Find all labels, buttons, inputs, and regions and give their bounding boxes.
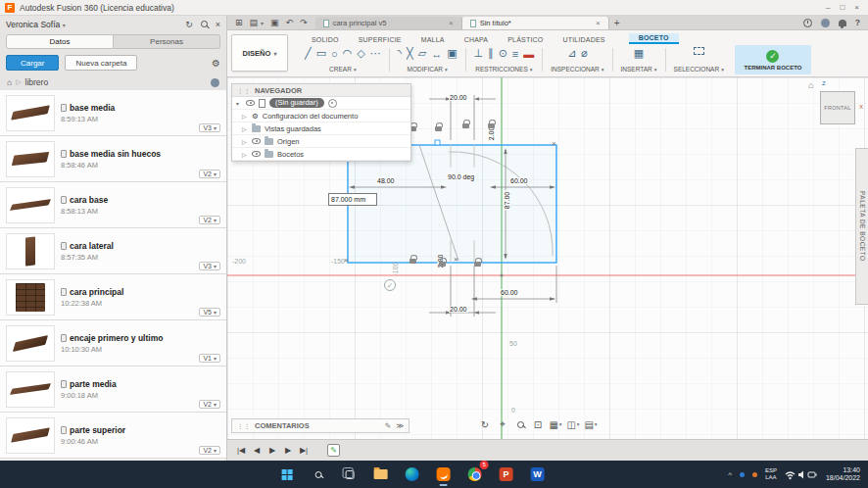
dimension-right-width[interactable]: 60.00 [509,177,529,184]
timeline-step-forward-button[interactable]: ▶ [282,446,294,455]
lock-constraint-icon[interactable] [488,120,495,128]
chrome-button[interactable]: 5 [463,463,487,486]
version-dropdown[interactable]: V5▾ [199,308,220,317]
seleccionar-dropdown[interactable]: SELECCIONAR▾ [674,66,724,73]
document-tab[interactable]: cara principal v5 × [315,17,462,29]
list-item[interactable]: cara principal 10:22:38 AM V5▾ [0,274,226,320]
fusion-360-taskbar-button[interactable] [432,463,456,486]
pan-icon[interactable]: ⌖ [496,417,509,431]
polygon-tool-icon[interactable]: ◇ [357,47,364,60]
file-menu-icon[interactable]: ▤ [250,18,259,27]
grid-settings-icon[interactable]: ◫▾ [566,417,580,431]
tab-utilidades[interactable]: UTILIDADES [560,35,606,44]
timeline-play-button[interactable]: ▶ [266,446,278,455]
job-status-icon[interactable] [803,19,812,27]
user-avatar[interactable] [821,19,830,27]
rectangle-tool-icon[interactable]: ▭ [316,47,326,60]
fit-icon[interactable]: ⊡ [531,417,545,431]
start-button[interactable] [275,463,299,486]
file-menu-caret[interactable]: ▾ [261,20,264,26]
pattern-tool-icon[interactable]: ▣ [447,47,457,60]
arc-tool-icon[interactable]: ◠ [343,47,353,60]
zoom-icon[interactable] [513,417,527,431]
sketch-point-icon[interactable]: × [552,139,556,148]
constraint-check-icon[interactable]: ✓ [384,279,396,291]
dimension-value-input[interactable] [328,193,377,206]
expand-caret-icon[interactable]: ▷ [242,113,248,120]
insert-tool-icon[interactable]: ▦ [634,47,644,60]
insertar-dropdown[interactable]: INSERTAR▾ [621,66,657,73]
dimension-bottom-width[interactable]: 60.00 [500,289,519,296]
circle-tool-icon[interactable]: ○ [331,48,338,60]
redo-icon[interactable]: ↷ [300,18,308,27]
dimension-small-top[interactable]: 2.00 [488,126,495,142]
close-tab-icon[interactable]: × [449,19,454,27]
tab-solido[interactable]: SOLIDO [310,35,341,44]
navigator-node-origen[interactable]: ▷ Origen [232,135,410,148]
lock-constraint-icon[interactable] [410,255,416,264]
visibility-eye-icon[interactable] [246,100,255,106]
upload-button[interactable]: Cargar [6,55,59,71]
list-item[interactable]: parte media 9:00:18 AM V2▾ [0,366,226,413]
taskbar-search-button[interactable] [307,463,330,486]
maximize-button[interactable]: □ [840,3,844,12]
finish-sketch-button[interactable]: ✓ TERMINAR BOCETO [735,45,811,74]
tab-plastico[interactable]: PLÁSTICO [506,35,545,44]
edge-button[interactable] [401,463,424,486]
search-icon[interactable] [201,21,208,27]
inspeccionar-dropdown[interactable]: INSPECCIONAR▾ [551,66,603,73]
tab-malla[interactable]: MALLA [419,35,447,44]
undo-icon[interactable]: ↶ [286,18,294,27]
word-button[interactable]: W [526,463,550,486]
lock-constraint-icon[interactable] [462,120,469,128]
line-tool-icon[interactable]: ╱ [305,47,312,60]
task-view-button[interactable] [338,463,362,486]
restricciones-dropdown[interactable]: RESTRICCIONES▾ [475,66,532,73]
fillet-tool-icon[interactable]: ◝ [398,47,402,60]
modificar-dropdown[interactable]: MODIFICAR▾ [408,66,448,73]
concentric-constraint-icon[interactable]: ⊙ [499,47,507,60]
close-window-button[interactable]: × [854,3,859,12]
document-tab-active[interactable]: Sin título* × [462,17,609,29]
drag-handle-icon[interactable]: ⋮⋮ [237,87,251,94]
lock-constraint-icon[interactable] [439,258,446,267]
navigator-node-configuracion[interactable]: ▷ ⚙ Configuración del documento [232,110,410,122]
breadcrumb-folder[interactable]: librero [25,77,49,87]
orbit-icon[interactable]: ↻ [478,417,492,431]
tab-personas[interactable]: Personas [114,34,220,49]
dimension-top-width[interactable]: 20.00 [449,94,468,101]
visibility-eye-icon[interactable] [252,151,261,157]
close-tab-icon[interactable]: × [596,19,601,27]
list-item[interactable]: cara base 8:58:13 AM V2▾ [0,182,226,228]
settings-gear-icon[interactable]: ⚙ [212,58,220,69]
workspace-selector[interactable]: DISEÑO▾ [231,34,288,72]
pencil-icon[interactable]: ✎ [385,421,391,430]
home-view-icon[interactable]: ⌂ [808,80,813,90]
move-tool-icon[interactable]: ↔ [431,48,442,60]
onedrive-tray-icon[interactable] [740,472,745,477]
version-dropdown[interactable]: V2▾ [199,400,220,409]
version-dropdown[interactable]: V3▾ [199,123,220,132]
visibility-eye-icon[interactable] [252,138,261,144]
sketch-point-icon[interactable]: × [454,255,458,264]
list-item[interactable]: base media 8:59:13 AM V3▾ [0,90,226,136]
list-item[interactable]: base media sin huecos 8:58:46 AM V2▾ [0,136,226,182]
show-data-panel-icon[interactable]: ⊞ [235,18,243,27]
navigator-node-vistas[interactable]: ▷ Vistas guardadas [232,122,410,135]
collaborators-icon[interactable] [211,78,219,87]
system-tray-icons[interactable] [785,469,818,480]
new-folder-button[interactable]: Nueva carpeta [65,55,137,71]
version-dropdown[interactable]: V1▾ [199,354,220,363]
dimension-height[interactable]: 87.00 [504,191,510,211]
diameter-tool-icon[interactable]: ⌀ [581,47,588,60]
lock-constraint-icon[interactable] [474,258,481,267]
trim-tool-icon[interactable]: ╳ [407,47,413,60]
timeline-sketch-marker[interactable]: ✎ [327,444,340,457]
dimension-bottom-notch[interactable]: 20.00 [449,306,468,313]
sketch-point-icon[interactable]: × [344,256,349,265]
navigator-root-row[interactable]: ▾ (Sin guardar) [232,97,410,110]
measure-tool-icon[interactable]: ⊿ [567,47,576,60]
select-tool-icon[interactable] [694,47,704,55]
minimize-button[interactable]: – [826,3,830,12]
language-indicator[interactable]: ESP LAA [765,467,777,481]
